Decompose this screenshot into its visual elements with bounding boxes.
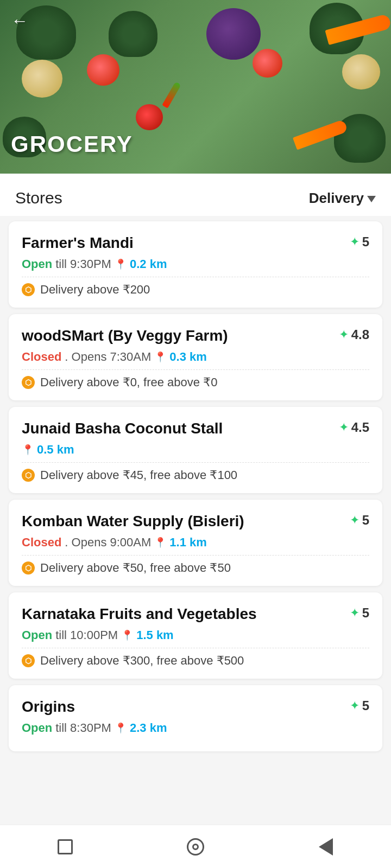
store-name-3: Junaid Basha Coconut Stall [22,420,339,437]
nav-recents-button[interactable] [52,833,79,860]
broccoli-deco-2 [109,11,157,57]
circle-icon [187,838,204,856]
onion-deco-1 [22,60,62,98]
store-status-row-5: Open till 10:00PM 📍1.5 km [22,628,369,642]
divider-4 [22,555,369,556]
store-name-4: Komban Water Supply (Bisleri) [22,513,350,530]
delivery-filter-label: Delivery [309,190,364,207]
store-card-4[interactable]: Komban Water Supply (Bisleri)✦5Closed. O… [9,500,382,586]
status-open-5: Open [22,628,52,642]
star-icon-3: ✦ [339,420,349,435]
distance-2[interactable]: 0.3 km [169,350,207,364]
star-icon-6: ✦ [350,699,360,713]
star-icon-4: ✦ [350,513,360,527]
delivery-text-4: Delivery above ₹50, free above ₹50 [40,561,231,575]
store-card-header-6: Origins✦5 [22,698,369,716]
divider-5 [22,648,369,648]
divider-2 [22,369,369,370]
store-rating-3: ✦4.5 [339,420,369,435]
hero-banner: ← GROCERY [0,0,391,174]
status-detail-1: till 9:30PM [55,257,111,271]
store-rating-5: ✦5 [350,605,369,621]
rating-value-3: 4.5 [351,420,369,435]
cabbage-deco [206,8,261,60]
circle-inner-icon [192,844,199,850]
nav-back-button[interactable] [312,833,339,860]
status-detail-6: till 8:30PM [55,721,111,735]
distance-4[interactable]: 1.1 km [169,535,207,550]
store-card-2[interactable]: woodSMart (By Veggy Farm)✦4.8Closed. Ope… [9,314,382,400]
distance-5[interactable]: 1.5 km [136,628,174,642]
delivery-text-2: Delivery above ₹0, free above ₹0 [40,375,217,390]
stores-header: Stores Delivery [0,174,391,216]
status-detail-4: . Opens 9:00AM [65,535,151,550]
store-status-row-1: Open till 9:30PM 📍0.2 km [22,257,369,271]
store-card-3[interactable]: Junaid Basha Coconut Stall✦4.5📍0.5 km⬡De… [9,407,382,493]
distance-3[interactable]: 0.5 km [37,443,74,457]
tomato-deco-3 [136,104,163,130]
store-card-header-4: Komban Water Supply (Bisleri)✦5 [22,513,369,530]
status-detail-2: . Opens 7:30AM [65,350,151,364]
location-icon-6: 📍 [115,722,127,734]
store-card-6[interactable]: Origins✦5Open till 8:30PM 📍2.3 km [9,685,382,751]
chili-deco [162,81,181,108]
divider-3 [22,462,369,463]
store-status-row-2: Closed. Opens 7:30AM 📍0.3 km [22,350,369,364]
delivery-row-5: ⬡Delivery above ₹300, free above ₹500 [22,654,369,668]
location-icon-1: 📍 [115,258,127,270]
store-rating-6: ✦5 [350,698,369,713]
store-status-row-6: Open till 8:30PM 📍2.3 km [22,721,369,735]
store-card-header-5: Karnataka Fruits and Vegetables✦5 [22,605,369,623]
delivery-row-1: ⬡Delivery above ₹200 [22,283,369,297]
stores-list: Farmer's Mandi✦5Open till 9:30PM 📍0.2 km… [0,216,391,757]
delivery-badge-2: ⬡ [22,376,35,389]
store-rating-2: ✦4.8 [339,327,369,342]
status-detail-5: till 10:00PM [55,628,118,642]
onion-deco-2 [342,54,380,90]
store-card-header-1: Farmer's Mandi✦5 [22,234,369,252]
location-icon-3: 📍 [22,444,34,456]
back-button[interactable]: ← [11,11,28,31]
star-icon-5: ✦ [350,606,360,620]
back-triangle-icon [319,838,333,856]
store-status-row-3: 📍0.5 km [22,443,369,457]
rating-value-4: 5 [362,513,369,528]
rating-value-2: 4.8 [351,327,369,342]
delivery-text-3: Delivery above ₹45, free above ₹100 [40,468,237,482]
store-rating-1: ✦5 [350,234,369,250]
store-card-1[interactable]: Farmer's Mandi✦5Open till 9:30PM 📍0.2 km… [9,221,382,308]
location-icon-4: 📍 [154,537,166,548]
status-open-6: Open [22,721,52,735]
delivery-badge-1: ⬡ [22,283,35,296]
delivery-badge-5: ⬡ [22,654,35,667]
star-icon-1: ✦ [350,235,360,249]
tomato-deco-1 [87,54,119,86]
delivery-row-2: ⬡Delivery above ₹0, free above ₹0 [22,375,369,390]
distance-1[interactable]: 0.2 km [130,257,167,271]
store-status-row-4: Closed. Opens 9:00AM 📍1.1 km [22,535,369,550]
distance-6[interactable]: 2.3 km [130,721,167,735]
status-closed-4: Closed [22,535,61,550]
delivery-badge-4: ⬡ [22,561,35,575]
store-card-header-2: woodSMart (By Veggy Farm)✦4.8 [22,327,369,344]
store-card-5[interactable]: Karnataka Fruits and Vegetables✦5Open ti… [9,592,382,679]
location-icon-5: 📍 [121,629,133,641]
stores-label: Stores [15,189,62,207]
star-icon-2: ✦ [339,328,349,342]
delivery-row-3: ⬡Delivery above ₹45, free above ₹100 [22,468,369,482]
rating-value-6: 5 [362,698,369,713]
store-name-2: woodSMart (By Veggy Farm) [22,327,339,344]
bottom-navigation [0,825,391,868]
store-name-5: Karnataka Fruits and Vegetables [22,605,350,623]
square-icon [58,839,73,854]
delivery-text-1: Delivery above ₹200 [40,283,150,297]
store-rating-4: ✦5 [350,513,369,528]
delivery-row-4: ⬡Delivery above ₹50, free above ₹50 [22,561,369,575]
nav-home-button[interactable] [182,833,209,860]
tomato-deco-2 [253,49,282,78]
store-card-header-3: Junaid Basha Coconut Stall✦4.5 [22,420,369,437]
status-open-1: Open [22,257,52,271]
delivery-filter-button[interactable]: Delivery [309,190,376,207]
store-name-6: Origins [22,698,350,716]
rating-value-5: 5 [362,605,369,621]
